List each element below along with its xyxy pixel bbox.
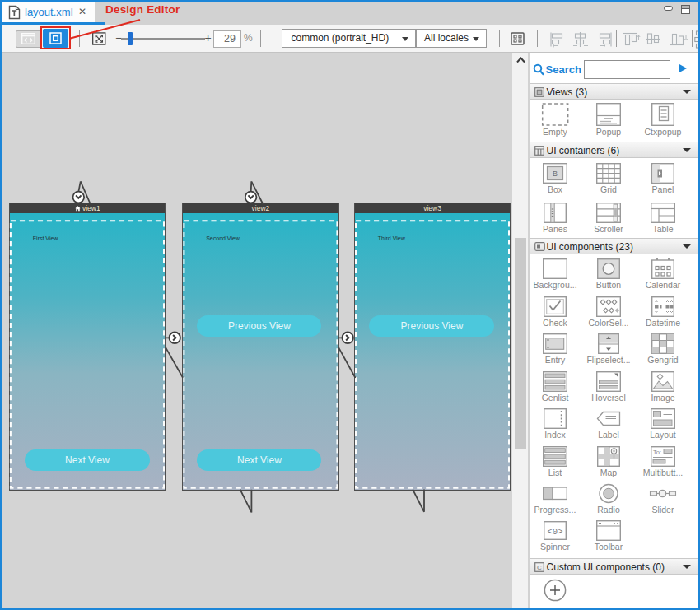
svg-text:To:: To: <box>653 448 661 455</box>
svg-text:B: B <box>553 170 558 178</box>
svg-text:<0>: <0> <box>548 527 563 537</box>
svg-text:C: C <box>537 563 542 570</box>
